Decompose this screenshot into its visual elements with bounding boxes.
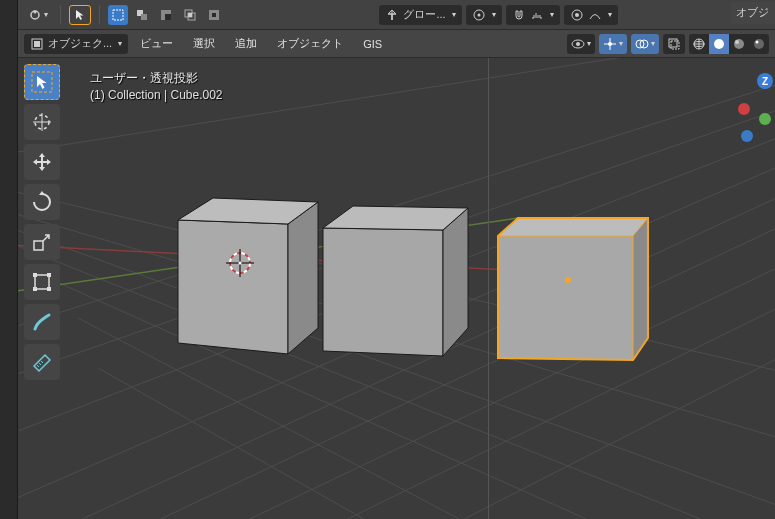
tool-measure[interactable] bbox=[24, 344, 60, 380]
gizmo-dropdown[interactable]: ▾ bbox=[599, 34, 627, 54]
svg-marker-53 bbox=[443, 208, 468, 356]
snap-dropdown[interactable]: ▾ bbox=[506, 5, 560, 25]
viewport-display-controls: ▾ ▾ ▾ bbox=[567, 34, 769, 54]
menu-add[interactable]: 追加 bbox=[227, 32, 265, 55]
select-intersect-icon bbox=[184, 9, 196, 21]
xray-icon bbox=[667, 37, 681, 51]
gizmo-icon bbox=[603, 37, 617, 51]
viewport-info-projection: ユーザー・透視投影 bbox=[90, 70, 198, 87]
extend-select-button[interactable] bbox=[132, 5, 152, 25]
orientation-dropdown[interactable]: グロー... ▾ bbox=[379, 5, 461, 25]
orientation-label: グロー... bbox=[403, 7, 445, 22]
box-select-button[interactable] bbox=[108, 5, 128, 25]
svg-point-1 bbox=[34, 10, 37, 13]
editor-splitter[interactable] bbox=[0, 0, 18, 519]
shading-solid[interactable] bbox=[709, 34, 729, 54]
shading-rendered[interactable] bbox=[749, 34, 769, 54]
proportional-dropdown[interactable]: ▾ bbox=[564, 5, 618, 25]
menu-select[interactable]: 選択 bbox=[185, 32, 223, 55]
chevron-down-icon: ▾ bbox=[550, 10, 554, 19]
rendered-icon bbox=[753, 38, 765, 50]
separator bbox=[99, 6, 100, 24]
select-tool-button[interactable] bbox=[69, 5, 91, 25]
cursor-3d-icon bbox=[31, 111, 53, 133]
mode-toolbar: オブジェク... ▾ ビュー 選択 追加 オブジェクト GIS ▾ ▾ ▾ bbox=[18, 30, 775, 58]
object-mode-icon bbox=[30, 37, 44, 51]
svg-rect-76 bbox=[47, 287, 51, 291]
tool-rotate[interactable] bbox=[24, 184, 60, 220]
snap-increment-icon bbox=[530, 8, 544, 22]
tool-move[interactable] bbox=[24, 144, 60, 180]
axis-z-label: Z bbox=[762, 76, 768, 87]
cursor-box-icon bbox=[31, 71, 53, 93]
box-select-icon bbox=[112, 9, 124, 21]
svg-point-30 bbox=[754, 39, 764, 49]
subtract-select-button[interactable] bbox=[156, 5, 176, 25]
svg-rect-6 bbox=[165, 14, 171, 20]
svg-marker-52 bbox=[323, 228, 443, 356]
chevron-down-icon: ▾ bbox=[587, 39, 591, 48]
xray-toggle[interactable] bbox=[663, 34, 685, 54]
svg-point-66 bbox=[239, 262, 242, 265]
select-subtract-icon bbox=[160, 9, 172, 21]
tool-select-box[interactable] bbox=[24, 64, 60, 100]
chevron-down-icon: ▾ bbox=[452, 10, 456, 19]
shading-mode-group bbox=[689, 34, 769, 54]
editor-type-dropdown[interactable]: ▾ bbox=[24, 5, 52, 25]
mode-dropdown[interactable]: オブジェク... ▾ bbox=[24, 34, 128, 54]
navigation-gizmo[interactable]: Z bbox=[735, 68, 775, 168]
svg-rect-71 bbox=[34, 241, 43, 250]
svg-rect-24 bbox=[671, 41, 679, 49]
overlay-dropdown[interactable]: ▾ bbox=[631, 34, 659, 54]
tool-cursor[interactable] bbox=[24, 104, 60, 140]
scale-icon bbox=[31, 231, 53, 253]
chevron-down-icon: ▾ bbox=[44, 10, 48, 19]
menu-object[interactable]: オブジェクト bbox=[269, 32, 351, 55]
axis-neg-handle[interactable] bbox=[741, 130, 753, 142]
svg-line-48 bbox=[388, 348, 775, 519]
menu-view[interactable]: ビュー bbox=[132, 32, 181, 55]
cube-2 bbox=[323, 206, 468, 356]
cursor-icon bbox=[74, 9, 86, 21]
pivot-dropdown[interactable]: ▾ bbox=[466, 5, 502, 25]
visibility-dropdown[interactable]: ▾ bbox=[567, 34, 595, 54]
separator bbox=[60, 6, 61, 24]
3d-viewport[interactable]: ユーザー・透視投影 (1) Collection | Cube.002 bbox=[18, 58, 775, 519]
shading-wireframe[interactable] bbox=[689, 34, 709, 54]
measure-icon bbox=[31, 351, 53, 373]
right-panel-label: オブジ bbox=[736, 6, 769, 18]
viewport-info-object: (1) Collection | Cube.002 bbox=[90, 88, 223, 102]
svg-rect-74 bbox=[47, 273, 51, 277]
svg-rect-4 bbox=[141, 14, 147, 20]
svg-marker-49 bbox=[178, 220, 288, 354]
tool-transform[interactable] bbox=[24, 264, 60, 300]
tool-shelf bbox=[24, 64, 60, 380]
rotate-icon bbox=[31, 191, 53, 213]
svg-point-28 bbox=[734, 39, 744, 49]
tool-scale[interactable] bbox=[24, 224, 60, 260]
menu-gis[interactable]: GIS bbox=[355, 34, 390, 54]
chevron-down-icon: ▾ bbox=[492, 10, 496, 19]
svg-point-31 bbox=[756, 40, 759, 43]
right-panel-tab[interactable]: オブジ bbox=[730, 2, 775, 24]
svg-marker-57 bbox=[498, 218, 648, 236]
tool-annotate[interactable] bbox=[24, 304, 60, 340]
cube-3-selected bbox=[498, 218, 648, 360]
axis-x-handle[interactable] bbox=[738, 103, 750, 115]
svg-rect-2 bbox=[113, 10, 123, 20]
object-origin bbox=[565, 277, 571, 283]
overlay-icon bbox=[635, 37, 649, 51]
pivot-icon bbox=[472, 8, 486, 22]
shading-material[interactable] bbox=[729, 34, 749, 54]
svg-point-20 bbox=[608, 42, 612, 46]
falloff-icon bbox=[588, 8, 602, 22]
invert-select-button[interactable] bbox=[204, 5, 224, 25]
chevron-down-icon: ▾ bbox=[118, 39, 122, 48]
intersect-select-button[interactable] bbox=[180, 5, 200, 25]
axis-z-handle[interactable]: Z bbox=[757, 73, 773, 89]
svg-point-15 bbox=[575, 13, 579, 17]
svg-marker-50 bbox=[288, 202, 318, 354]
axis-y-handle[interactable] bbox=[759, 113, 771, 125]
svg-rect-73 bbox=[33, 273, 37, 277]
orientation-icon bbox=[385, 8, 399, 22]
